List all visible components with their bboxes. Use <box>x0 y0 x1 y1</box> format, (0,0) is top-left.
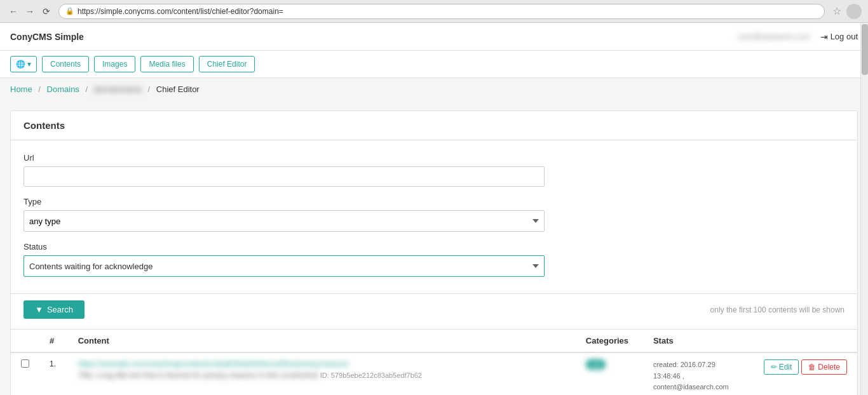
browser-avatar <box>846 4 862 19</box>
reload-button[interactable]: ⟳ <box>39 4 53 18</box>
row-actions: ✏ Edit 🗑 Delete <box>754 352 857 395</box>
results-table: # Content Categories Stats 1. https://ex… <box>11 330 857 395</box>
globe-dropdown-icon: ▾ <box>27 60 31 69</box>
back-button[interactable]: ← <box>6 4 20 18</box>
nav-bar: 🌐 ▾ Contents Images Media files Chief Ed… <box>0 51 868 78</box>
app-header: ConyCMS Simple user@idasearch.com ⇥ Log … <box>0 23 868 51</box>
row-checkbox[interactable] <box>21 359 29 368</box>
search-row: ▼ Search only the first 100 contents wil… <box>11 294 857 330</box>
url-filter-group: Url <box>24 153 844 187</box>
th-actions <box>754 330 857 352</box>
th-stats: Stats <box>643 330 754 352</box>
globe-btn[interactable]: 🌐 ▾ <box>10 56 37 72</box>
lock-icon: 🔒 <box>65 7 74 15</box>
type-label: Type <box>24 197 844 206</box>
logout-icon: ⇥ <box>820 32 828 42</box>
logout-link[interactable]: ⇥ Log out <box>820 32 858 42</box>
url-text: https://simple.conycms.com/content/list/… <box>78 7 283 16</box>
th-num: # <box>39 330 68 352</box>
th-content: Content <box>68 330 576 352</box>
status-label: Status <box>24 242 844 251</box>
content-url[interactable]: https://example.com/very/long/content/ur… <box>78 359 349 368</box>
url-label: Url <box>24 153 844 163</box>
row-categories: cat <box>576 352 643 395</box>
action-buttons: ✏ Edit 🗑 Delete <box>764 359 847 375</box>
scrollbar-track[interactable] <box>860 23 868 395</box>
breadcrumb-sep-3: / <box>148 84 151 94</box>
search-btn-label: Search <box>47 305 73 314</box>
nav-images-btn[interactable]: Images <box>94 56 135 72</box>
breadcrumb: Home / Domains / domainname / Chief Edit… <box>0 78 868 100</box>
nav-media-label: Media files <box>149 60 185 69</box>
stat-created: created: 2016.07.29 13:48:46 , content@i… <box>653 359 743 395</box>
delete-label: Delete <box>818 363 840 372</box>
app-title: ConyCMS Simple <box>10 32 84 42</box>
nav-chief-editor-btn[interactable]: Chief Editor <box>199 56 255 72</box>
breadcrumb-sep-1: / <box>38 84 41 94</box>
address-bar[interactable]: 🔒 https://simple.conycms.com/content/lis… <box>58 4 825 19</box>
user-email: user@idasearch.com <box>738 32 810 41</box>
browser-chrome: ← → ⟳ 🔒 https://simple.conycms.com/conte… <box>0 0 868 23</box>
content-title: Title: Long title text that is blurred f… <box>78 371 318 380</box>
breadcrumb-current: Chief Editor <box>156 84 200 94</box>
nav-contents-label: Contents <box>50 60 81 69</box>
th-checkbox <box>11 330 39 352</box>
forward-button[interactable]: → <box>23 4 37 18</box>
th-categories: Categories <box>576 330 643 352</box>
edit-button[interactable]: ✏ Edit <box>764 359 799 375</box>
search-button[interactable]: ▼ Search <box>24 300 85 319</box>
filter-section: Url Type any type article page news Stat… <box>11 140 857 294</box>
bookmark-icon[interactable]: ☆ <box>832 5 841 17</box>
content-card-header: Contents <box>11 111 857 140</box>
header-right: user@idasearch.com ⇥ Log out <box>738 32 858 42</box>
url-input[interactable] <box>24 166 545 187</box>
status-select[interactable]: Contents waiting for acknowledge All con… <box>24 255 545 277</box>
breadcrumb-home[interactable]: Home <box>10 84 32 94</box>
content-card: Contents Url Type any type article page … <box>10 110 858 395</box>
scrollbar-thumb[interactable] <box>862 24 868 75</box>
delete-icon: 🗑 <box>808 363 816 372</box>
nav-buttons[interactable]: ← → ⟳ <box>6 4 53 18</box>
category-badge: cat <box>586 359 606 370</box>
row-stats: created: 2016.07.29 13:48:46 , content@i… <box>643 352 754 395</box>
nav-media-btn[interactable]: Media files <box>140 56 193 72</box>
search-note: only the first 100 contents will be show… <box>710 305 844 314</box>
delete-button[interactable]: 🗑 Delete <box>801 359 847 375</box>
breadcrumb-sep-2: / <box>85 84 88 94</box>
nav-contents-btn[interactable]: Contents <box>42 56 89 72</box>
nav-images-label: Images <box>102 60 127 69</box>
filter-icon: ▼ <box>35 305 43 314</box>
status-filter-group: Status Contents waiting for acknowledge … <box>24 242 844 277</box>
globe-icon: 🌐 <box>16 60 25 69</box>
table-row: 1. https://example.com/very/long/content… <box>11 352 857 395</box>
content-id: ID: 579b5ebe212c83ab5edf7b62 <box>320 372 422 379</box>
section-title: Contents <box>24 120 65 131</box>
created-by: content@idasearch.com <box>653 383 729 391</box>
row-content: https://example.com/very/long/content/ur… <box>68 352 576 395</box>
main-content: Contents Url Type any type article page … <box>0 100 868 395</box>
table-header-row: # Content Categories Stats <box>11 330 857 352</box>
breadcrumb-domain-name: domainname <box>94 84 142 94</box>
nav-chief-editor-label: Chief Editor <box>207 60 247 69</box>
created-label: created: 2016.07.29 13:48:46 , <box>653 361 715 380</box>
edit-label: Edit <box>779 363 792 372</box>
type-filter-group: Type any type article page news <box>24 197 844 232</box>
logout-label: Log out <box>831 32 858 41</box>
breadcrumb-domains[interactable]: Domains <box>47 84 79 94</box>
row-num: 1. <box>39 352 68 395</box>
edit-icon: ✏ <box>771 363 777 372</box>
type-select[interactable]: any type article page news <box>24 210 545 232</box>
row-checkbox-cell[interactable] <box>11 352 39 395</box>
